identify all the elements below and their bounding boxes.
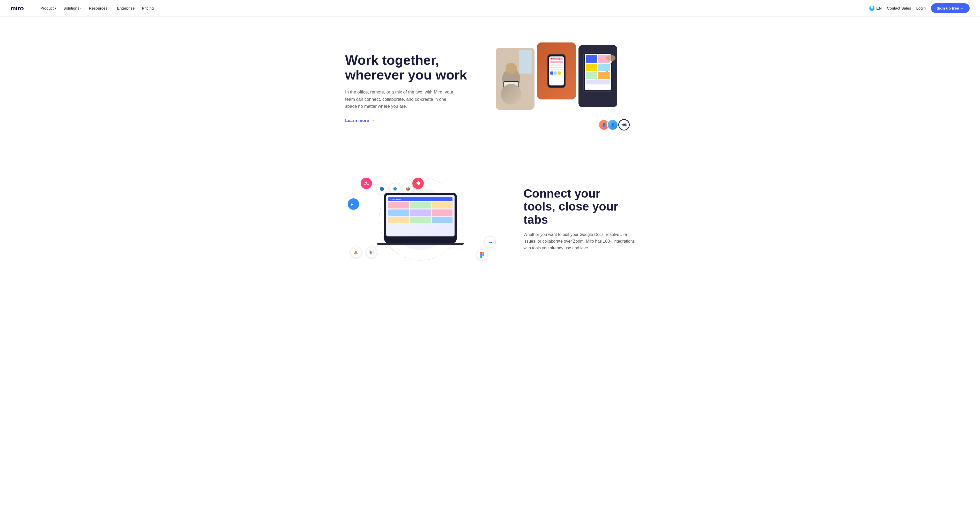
- svg-point-40: [482, 254, 484, 256]
- tools-visual: 🔷 📦 🔵 ✱: [345, 175, 496, 263]
- svg-text:box: box: [488, 241, 492, 244]
- google-drive-icon: 🔺: [350, 246, 362, 258]
- hero-learn-more-link[interactable]: Learn more →: [345, 118, 375, 123]
- svg-text:▶: ▶: [351, 203, 354, 206]
- hero-image-phone: Brainstorming session: [537, 43, 576, 99]
- nav-resources[interactable]: Resources ▾: [86, 4, 113, 13]
- svg-text:miro: miro: [10, 5, 24, 12]
- svg-rect-39: [480, 254, 482, 256]
- svg-rect-6: [504, 82, 519, 91]
- svg-rect-2: [519, 50, 532, 73]
- svg-rect-13: [598, 64, 610, 71]
- svg-text:N: N: [370, 251, 372, 254]
- nav-contact-sales[interactable]: Contact Sales: [887, 6, 911, 10]
- nav-enterprise[interactable]: Enterprise: [114, 4, 138, 13]
- chevron-down-icon: ▾: [55, 7, 56, 10]
- hero-content: Work together, wherever you work In the …: [345, 43, 484, 123]
- nav-solutions[interactable]: Solutions ▾: [60, 4, 85, 13]
- box-icon: box: [484, 236, 496, 247]
- svg-point-42: [365, 182, 368, 184]
- nav-login[interactable]: Login: [916, 6, 926, 10]
- nav-pricing[interactable]: Pricing: [139, 4, 157, 13]
- hero-description: In the office, remote, or a mix of the t…: [345, 89, 454, 110]
- svg-rect-14: [586, 72, 597, 79]
- svg-point-44: [367, 184, 369, 185]
- svg-text:🔺: 🔺: [354, 251, 358, 255]
- avatar-2: 👤: [607, 119, 618, 131]
- globe-icon: 🌐: [869, 5, 875, 11]
- svg-text:📦: 📦: [406, 187, 410, 191]
- slack-icon: 🔷: [389, 183, 401, 194]
- tools-section: 🔷 📦 🔵 ✱: [335, 160, 645, 279]
- hero-image-person: [496, 48, 535, 110]
- nav-product[interactable]: Product ▾: [37, 4, 59, 13]
- svg-rect-16: [586, 80, 610, 85]
- svg-text:🔵: 🔵: [380, 187, 384, 191]
- svg-point-43: [364, 184, 366, 185]
- svg-point-19: [606, 55, 616, 61]
- svg-rect-41: [480, 256, 482, 258]
- chevron-down-icon: ▾: [80, 7, 81, 10]
- navbar: miro Product ▾ Solutions ▾ Resources ▾ E…: [0, 0, 980, 17]
- laptop-mockup: Project Kickoff: [384, 193, 457, 245]
- notion-icon: N: [366, 246, 377, 258]
- hero-images: Brainstorming session: [496, 43, 635, 120]
- tools-section-inner: 🔷 📦 🔵 ✱: [345, 175, 635, 263]
- svg-rect-15: [598, 72, 610, 79]
- svg-rect-12: [586, 64, 597, 71]
- tools-content: Connect your tools, close your tabs Whet…: [513, 187, 635, 251]
- svg-text:🔷: 🔷: [393, 187, 398, 191]
- chevron-down-icon: ▾: [108, 7, 110, 10]
- asana-icon: [361, 178, 372, 189]
- hero-section: Work together, wherever you work In the …: [335, 17, 645, 144]
- hero-image-tablet: [579, 45, 617, 107]
- logo[interactable]: miro: [10, 5, 29, 12]
- nav-signup-button[interactable]: Sign up free →: [931, 3, 970, 13]
- nav-right: 🌐 EN Contact Sales Login Sign up free →: [869, 3, 970, 13]
- avatar-count: +98: [618, 119, 630, 131]
- dropbox-icon: 📦: [402, 183, 414, 194]
- nav-language[interactable]: 🌐 EN: [869, 5, 882, 11]
- tools-description: Whether you want to edit your Google Doc…: [523, 231, 635, 251]
- avatars-row: 👤 👤 +98: [598, 119, 630, 131]
- svg-rect-10: [586, 55, 597, 63]
- hero-title: Work together, wherever you work: [345, 53, 484, 82]
- svg-point-4: [506, 63, 517, 74]
- figma-icon: [477, 249, 488, 260]
- svg-rect-37: [480, 252, 482, 254]
- tools-title: Connect your tools, close your tabs: [523, 187, 635, 226]
- nav-links: Product ▾ Solutions ▾ Resources ▾ Enterp…: [37, 4, 157, 13]
- nav-left: miro Product ▾ Solutions ▾ Resources ▾ E…: [10, 4, 157, 13]
- zoom-icon: ▶: [348, 198, 359, 210]
- svg-rect-38: [482, 252, 484, 254]
- asterisk-icon: ✱: [412, 178, 424, 189]
- microsoft-teams-icon: 🔵: [376, 183, 388, 194]
- svg-point-18: [606, 71, 608, 72]
